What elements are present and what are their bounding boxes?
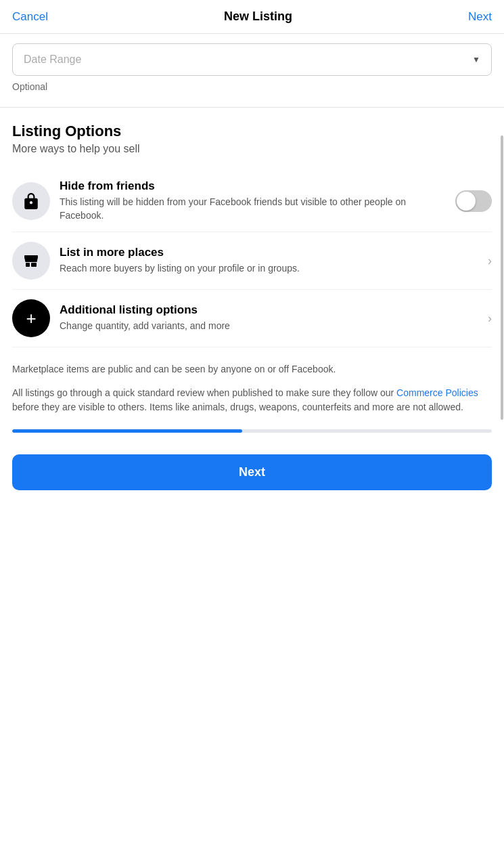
optional-label: Optional	[0, 76, 504, 92]
hide-from-friends-row: Hide from friends This listing will be h…	[12, 170, 492, 232]
store-icon	[22, 251, 41, 270]
plus-icon-circle: +	[12, 299, 50, 337]
commerce-policies-link[interactable]: Commerce Policies	[396, 387, 478, 398]
svg-rect-2	[31, 263, 37, 267]
info-section: Marketplace items are public and can be …	[0, 347, 504, 414]
additional-options-row[interactable]: + Additional listing options Change quan…	[12, 290, 492, 347]
policy-text-after: before they are visible to others. Items…	[12, 402, 463, 412]
section-subtitle: More ways to help you sell	[12, 143, 492, 155]
chevron-right-icon: ›	[488, 254, 492, 267]
chevron-right-icon-2: ›	[488, 311, 492, 325]
header-next-button[interactable]: Next	[468, 10, 492, 24]
list-in-more-places-row[interactable]: List in more places Reach more buyers by…	[12, 232, 492, 290]
list-in-more-places-desc: Reach more buyers by listing on your pro…	[60, 262, 478, 276]
svg-rect-1	[26, 263, 30, 267]
list-in-more-places-content: List in more places Reach more buyers by…	[60, 246, 478, 276]
additional-options-chevron: ›	[488, 311, 492, 326]
hide-from-friends-desc: This listing will be hidden from your Fa…	[60, 196, 446, 222]
plus-icon: +	[26, 308, 36, 329]
scrollbar-track	[501, 0, 504, 862]
listing-options-section: Listing Options More ways to help you se…	[0, 108, 504, 347]
cancel-button[interactable]: Cancel	[12, 10, 48, 24]
progress-track	[12, 429, 492, 433]
additional-options-content: Additional listing options Change quanti…	[60, 303, 478, 333]
hide-from-friends-content: Hide from friends This listing will be h…	[60, 179, 446, 222]
header: Cancel New Listing Next	[0, 0, 504, 34]
progress-fill	[12, 429, 242, 433]
policy-text: All listings go through a quick standard…	[12, 386, 492, 414]
section-title: Listing Options	[12, 123, 492, 140]
hide-from-friends-title: Hide from friends	[60, 179, 446, 193]
policy-text-before: All listings go through a quick standard…	[12, 387, 396, 398]
list-in-more-places-title: List in more places	[60, 246, 478, 259]
additional-options-desc: Change quantity, add variants, and more	[60, 320, 478, 333]
page-title: New Listing	[224, 9, 292, 24]
public-notice-text: Marketplace items are public and can be …	[12, 362, 492, 376]
lock-icon	[22, 192, 40, 210]
additional-options-title: Additional listing options	[60, 303, 478, 317]
list-in-more-places-chevron: ›	[488, 254, 492, 268]
date-range-input[interactable]: Date Range ▼	[12, 43, 492, 76]
hide-from-friends-action	[455, 190, 492, 212]
scrollbar-thumb[interactable]	[501, 135, 503, 420]
next-button[interactable]: Next	[12, 454, 492, 490]
store-icon-circle	[12, 242, 50, 280]
hide-from-friends-toggle[interactable]	[455, 190, 492, 212]
chevron-down-icon: ▼	[472, 55, 480, 64]
progress-bar-container	[0, 429, 504, 433]
date-range-placeholder: Date Range	[24, 53, 81, 66]
lock-icon-circle	[12, 182, 50, 220]
date-range-container: Date Range ▼	[0, 34, 504, 76]
next-button-container: Next	[0, 444, 504, 507]
